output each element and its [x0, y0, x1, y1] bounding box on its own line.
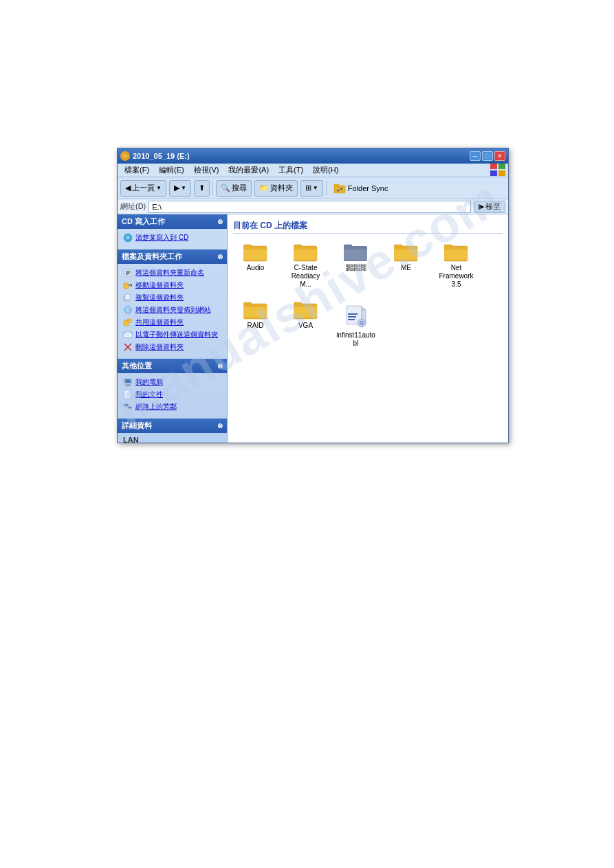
- svg-rect-73: [348, 319, 355, 320]
- list-item[interactable]: Audio: [233, 239, 278, 291]
- folder-icon: [243, 300, 268, 320]
- computer-icon: [123, 377, 133, 387]
- search-button[interactable]: 🔍 搜尋: [216, 180, 252, 197]
- folder-icon: [294, 300, 318, 320]
- svg-rect-29: [125, 386, 131, 386]
- other-places-collapse-icon: ⊗: [217, 362, 223, 370]
- menu-edit[interactable]: 編輯(E): [155, 164, 188, 177]
- list-item[interactable]: VGA: [283, 297, 328, 350]
- file-tasks-content: 將這個資料夾重新命名 移動這個資料夾 複: [118, 264, 227, 356]
- folder-icon: [394, 242, 419, 263]
- minimize-button[interactable]: ─: [470, 151, 481, 161]
- cd-tasks-header[interactable]: CD 寫入工作 ⊗: [118, 214, 227, 229]
- copy-item[interactable]: 複製這個資料夾: [118, 291, 227, 304]
- cd-tasks-content: 清楚某寫入到 CD: [118, 229, 227, 247]
- share-icon: [123, 318, 133, 327]
- cd-write-icon: [123, 233, 133, 243]
- share-item[interactable]: 共用這個資料夾: [118, 316, 227, 329]
- toolbar: ◀ 上一頁 ▼ ▶ ▼ ⬆ 🔍 搜尋 📁 資料夾 ⊞ ▼: [118, 177, 508, 199]
- address-label: 網址(D): [120, 201, 146, 212]
- list-item[interactable]: infinst11autobl: [333, 302, 378, 350]
- window-controls: ─ □ ✕: [470, 151, 505, 161]
- file-tasks-section: 檔案及資料夾工作 ⊗ 將這個資料夾重新命名: [118, 249, 227, 356]
- rename-item[interactable]: 將這個資料夾重新命名: [118, 267, 227, 279]
- folder-sync-icon: [333, 182, 346, 194]
- other-places-content: 我的電腦 我的文件: [118, 373, 227, 416]
- menu-file[interactable]: 檔案(F): [120, 164, 153, 177]
- svg-rect-22: [127, 319, 131, 322]
- folder-sync-button[interactable]: Folder Sync: [329, 181, 393, 196]
- right-panel: 目前在 CD 上的檔案 Audio: [228, 214, 508, 443]
- file-label: Net Framework 3.5: [437, 264, 476, 289]
- views-button[interactable]: ⊞ ▼: [300, 180, 323, 197]
- folder-icon: [344, 242, 369, 263]
- publish-item[interactable]: 將這個資料夾發佈到網站: [118, 304, 227, 316]
- delete-icon: [123, 342, 133, 352]
- cd-write-item[interactable]: 清楚某寫入到 CD: [118, 232, 227, 244]
- my-documents-item[interactable]: 我的文件: [118, 388, 227, 401]
- search-icon: 🔍: [221, 183, 230, 192]
- other-places-header[interactable]: 其他位置 ⊗: [118, 359, 227, 373]
- file-tasks-header[interactable]: 檔案及資料夾工作 ⊗: [118, 249, 227, 264]
- email-item[interactable]: 以電子郵件傳送這個資料夾: [118, 329, 227, 341]
- address-input[interactable]: [149, 201, 471, 213]
- files-grid: Audio C-State Readiacy M...: [233, 239, 503, 350]
- file-label: infinst11autobl: [336, 331, 375, 348]
- email-icon: [123, 330, 133, 340]
- delete-item[interactable]: 刪除這個資料夾: [118, 341, 227, 353]
- details-collapse-icon: ⊗: [217, 422, 223, 430]
- list-item[interactable]: RAID: [233, 297, 278, 350]
- address-go-button[interactable]: ▶ 移至: [474, 201, 505, 213]
- network-item[interactable]: 網路上的芳鄰: [118, 401, 227, 413]
- svg-rect-51: [344, 247, 367, 249]
- list-item[interactable]: C-State Readiacy M...: [283, 239, 328, 291]
- file-label: Audio: [247, 264, 265, 272]
- svg-rect-55: [394, 247, 417, 249]
- menu-favorites[interactable]: 我的最愛(A): [224, 164, 273, 177]
- network-icon: [123, 402, 133, 412]
- svg-rect-71: [348, 313, 358, 315]
- details-header[interactable]: 詳細資料 ⊗: [118, 419, 227, 433]
- up-button[interactable]: ⬆: [194, 180, 210, 197]
- svg-rect-36: [124, 404, 128, 406]
- move-item[interactable]: 移動這個資料夾: [118, 279, 227, 291]
- file-label: C-State Readiacy M...: [286, 264, 325, 289]
- my-computer-item[interactable]: 我的電腦: [118, 376, 227, 388]
- svg-rect-17: [125, 294, 130, 300]
- documents-icon: [123, 390, 133, 399]
- toolbar-separator-1: [212, 181, 213, 195]
- back-arrow-icon: ◀: [125, 183, 131, 192]
- menu-help[interactable]: 說明(H): [309, 164, 342, 177]
- file-label: 嚻嚻嚻: [346, 264, 366, 272]
- window-title: 2010_05_19 (E:): [133, 152, 190, 160]
- list-item[interactable]: Net Framework 3.5: [434, 239, 479, 291]
- folders-button[interactable]: 📁 資料夾: [254, 180, 298, 197]
- window-icon: [120, 151, 130, 161]
- maximize-button[interactable]: □: [482, 151, 493, 161]
- list-item[interactable]: 嚻嚻嚻: [333, 239, 378, 291]
- left-panel: CD 寫入工作 ⊗ 清楚某寫入到 CD: [118, 214, 228, 443]
- svg-rect-47: [294, 247, 317, 249]
- detail-name: LAN: [123, 436, 221, 443]
- list-item[interactable]: ME: [384, 239, 428, 291]
- svg-rect-3: [498, 164, 505, 169]
- rename-icon: [123, 268, 133, 278]
- menu-view[interactable]: 檢視(V): [190, 164, 223, 177]
- svg-rect-4: [490, 170, 497, 176]
- folder-icon: [243, 242, 268, 263]
- menu-bar: 檔案(F) 編輯(E) 檢視(V) 我的最愛(A) 工具(T) 說明(H): [118, 164, 508, 177]
- back-button[interactable]: ◀ 上一頁 ▼: [120, 180, 166, 197]
- exe-file-icon: [345, 305, 367, 330]
- close-button[interactable]: ✕: [494, 151, 505, 161]
- move-icon: [123, 280, 133, 290]
- forward-button[interactable]: ▶ ▼: [169, 180, 191, 197]
- content-area: CD 寫入工作 ⊗ 清楚某寫入到 CD: [118, 214, 508, 443]
- menu-tools[interactable]: 工具(T): [274, 164, 307, 177]
- forward-dropdown-icon: ▼: [181, 185, 186, 191]
- go-arrow-icon: ▶: [479, 202, 484, 211]
- back-dropdown-icon: ▼: [156, 185, 162, 191]
- file-label: RAID: [248, 322, 264, 330]
- svg-rect-63: [243, 305, 267, 307]
- file-label: VGA: [298, 322, 313, 330]
- toolbar-separator-2: [326, 181, 327, 195]
